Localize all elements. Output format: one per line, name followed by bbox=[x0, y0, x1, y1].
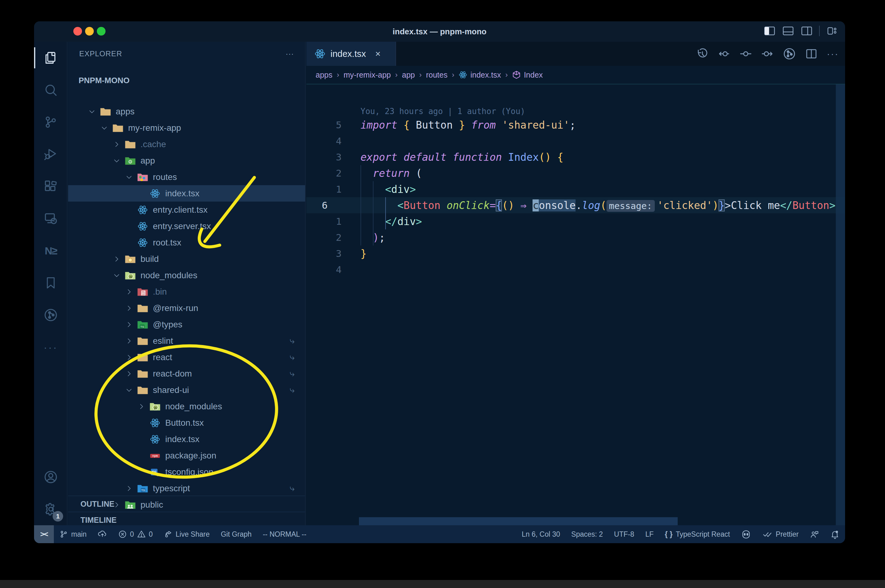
file-entry.client.tsx[interactable]: entry.client.tsx bbox=[68, 202, 305, 218]
status-remote-indicator[interactable]: >< bbox=[34, 525, 54, 543]
breadcrumb-label: routes bbox=[426, 70, 447, 80]
toggle-panel-icon[interactable] bbox=[782, 26, 794, 36]
folder-tan-icon bbox=[99, 106, 111, 117]
cloud-upload-icon bbox=[98, 530, 107, 539]
status-feedback[interactable] bbox=[804, 525, 825, 543]
commit-icon[interactable] bbox=[739, 48, 752, 60]
code-line[interactable]: 4 bbox=[306, 261, 845, 278]
folder-node-modules[interactable]: jsnode_modules bbox=[68, 267, 305, 284]
breadcrumb-app[interactable]: app bbox=[402, 70, 415, 80]
indent-guide bbox=[361, 165, 361, 246]
toggle-sidebar-icon[interactable] bbox=[763, 26, 776, 36]
folder-eslint[interactable]: eslint⤷ bbox=[68, 333, 305, 349]
status-indentation[interactable]: Spaces: 2 bbox=[566, 525, 608, 543]
git-blame-lens[interactable]: You, 23 hours ago | 1 author (You) bbox=[361, 106, 525, 116]
horizontal-scrollbar[interactable] bbox=[359, 517, 678, 525]
activity-bookmarks-icon[interactable] bbox=[34, 267, 68, 299]
status-problems[interactable]: 00 bbox=[113, 525, 158, 543]
status-copilot[interactable] bbox=[736, 525, 757, 543]
outline-section[interactable]: OUTLINE bbox=[68, 496, 305, 512]
folder-node-modules[interactable]: jsnode_modules bbox=[68, 398, 305, 415]
activity-git-graph-icon[interactable] bbox=[34, 299, 68, 331]
file-tsconfig.json[interactable]: TS⚙tsconfig.json bbox=[68, 464, 305, 480]
activity-explorer-icon[interactable] bbox=[34, 42, 68, 74]
folder-react-dom[interactable]: react-dom⤷ bbox=[68, 365, 305, 382]
status-encoding[interactable]: UTF-8 bbox=[608, 525, 640, 543]
file-entry.server.tsx[interactable]: entry.server.tsx bbox=[68, 218, 305, 234]
breadcrumb-my-remix-app[interactable]: my-remix-app bbox=[343, 70, 391, 80]
folder-@types[interactable]: TS@types bbox=[68, 316, 305, 333]
breadcrumb-index.tsx[interactable]: index.tsx bbox=[459, 70, 501, 80]
activity-account-icon[interactable] bbox=[34, 461, 68, 493]
folder-app[interactable]: ⚙app bbox=[68, 152, 305, 169]
indent-guide bbox=[385, 197, 386, 230]
activity-settings-gear-icon[interactable]: 1 bbox=[34, 493, 68, 525]
code-editor[interactable]: You, 23 hours ago | 1 author (You) 5impo… bbox=[306, 84, 845, 525]
file-package.json[interactable]: npmpackage.json bbox=[68, 447, 305, 464]
code-line[interactable]: 5import { Button } from 'shared-ui'; bbox=[306, 117, 845, 133]
code-line[interactable]: 2 return ( bbox=[306, 165, 845, 181]
code-line-current[interactable]: 6 <Button onClick={() ⇒ console.log(mess… bbox=[306, 197, 845, 213]
token: from bbox=[471, 119, 502, 131]
breadcrumb-routes[interactable]: routes bbox=[426, 70, 447, 80]
activity-search-icon[interactable] bbox=[34, 74, 68, 106]
breadcrumb-apps[interactable]: apps bbox=[316, 70, 332, 80]
file-index.tsx[interactable]: index.tsx bbox=[68, 185, 305, 202]
code-line[interactable]: 1 </div> bbox=[306, 213, 845, 230]
status-notifications[interactable] bbox=[825, 525, 845, 543]
token: div bbox=[397, 216, 416, 228]
explorer-more-icon[interactable]: ··· bbox=[286, 50, 294, 58]
status-git-graph[interactable]: Git Graph bbox=[215, 525, 257, 543]
workspace-root-row[interactable]: PNPM-MONO bbox=[68, 73, 305, 88]
status-live-share[interactable]: Live Share bbox=[158, 525, 215, 543]
file-index.tsx[interactable]: index.tsx bbox=[68, 431, 305, 447]
timeline-history-icon[interactable] bbox=[696, 48, 709, 60]
code-line[interactable]: 3} bbox=[306, 246, 845, 261]
activity-nx-console-icon[interactable]: N≥ bbox=[34, 235, 68, 267]
status-vim-mode[interactable]: -- NORMAL -- bbox=[257, 525, 312, 543]
folder-build[interactable]: build bbox=[68, 251, 305, 267]
commit-prev-icon[interactable] bbox=[718, 48, 730, 60]
folder-routes[interactable]: routes bbox=[68, 169, 305, 185]
activity-run-debug-icon[interactable] bbox=[34, 138, 68, 170]
split-editor-icon[interactable] bbox=[805, 48, 817, 60]
activity-source-control-icon[interactable] bbox=[34, 106, 68, 138]
activity-more-views-icon[interactable]: ··· bbox=[34, 331, 68, 363]
folder-.bin[interactable]: 0110.bin bbox=[68, 284, 305, 300]
token bbox=[465, 119, 471, 131]
activity-remote-explorer-icon[interactable]: >< bbox=[34, 202, 68, 235]
status-branch[interactable]: main bbox=[54, 525, 92, 543]
code-line[interactable]: 2 ); bbox=[306, 230, 845, 246]
status-eol[interactable]: LF bbox=[640, 525, 659, 543]
file-button.tsx[interactable]: Button.tsx bbox=[68, 415, 305, 431]
file-root.tsx[interactable]: root.tsx bbox=[68, 234, 305, 251]
status-formatter[interactable]: Prettier bbox=[757, 525, 804, 543]
status-cursor-position[interactable]: Ln 6, Col 30 bbox=[516, 525, 566, 543]
token bbox=[361, 167, 373, 179]
chevron-right-icon bbox=[124, 353, 134, 362]
code-line[interactable]: 3export default function Index() { bbox=[306, 149, 845, 165]
status-sync[interactable] bbox=[92, 525, 113, 543]
tab-index-tsx[interactable]: index.tsx × bbox=[306, 42, 396, 66]
symlink-icon: ⤷ bbox=[290, 336, 295, 346]
folder-@remix-run[interactable]: @remix-run bbox=[68, 300, 305, 316]
folder-.cache[interactable]: .cache bbox=[68, 136, 305, 152]
git-graph-circle-icon[interactable] bbox=[783, 47, 796, 60]
folder-my-remix-app[interactable]: my-remix-app bbox=[68, 120, 305, 136]
more-actions-icon[interactable]: ··· bbox=[827, 48, 839, 59]
folder-shared-ui[interactable]: shared-ui⤷ bbox=[68, 382, 305, 398]
code-line[interactable]: 1 <div> bbox=[306, 181, 845, 197]
folder-apps[interactable]: apps bbox=[68, 103, 305, 120]
close-tab-icon[interactable]: × bbox=[375, 48, 381, 59]
vertical-scrollbar[interactable] bbox=[836, 84, 845, 525]
folder-react[interactable]: react⤷ bbox=[68, 349, 305, 365]
breadcrumb-index[interactable]: Index bbox=[512, 70, 543, 80]
status-language-mode[interactable]: { }TypeScript React bbox=[659, 525, 736, 543]
customize-layout-icon[interactable] bbox=[826, 26, 838, 36]
token: Button bbox=[403, 200, 440, 212]
toggle-secondary-sidebar-icon[interactable] bbox=[801, 26, 813, 36]
activity-extensions-icon[interactable] bbox=[34, 170, 68, 202]
code-line[interactable]: 4 bbox=[306, 133, 845, 149]
folder-typescript[interactable]: TStypescript⤷ bbox=[68, 480, 305, 496]
commit-next-icon[interactable] bbox=[761, 48, 774, 60]
